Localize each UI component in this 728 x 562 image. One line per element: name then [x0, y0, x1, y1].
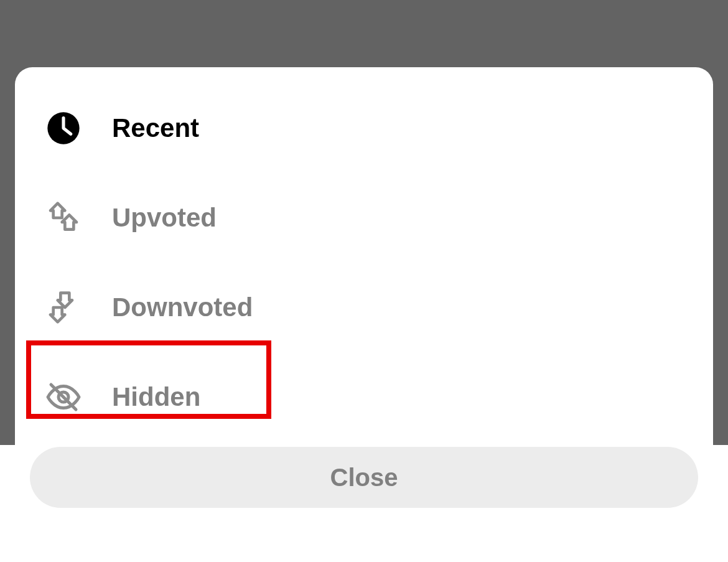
eye-off-icon — [45, 378, 82, 416]
option-recent[interactable]: Recent — [30, 83, 698, 173]
option-label-recent: Recent — [112, 113, 199, 143]
option-hidden[interactable]: Hidden — [30, 352, 698, 442]
filter-menu-sheet: Recent Upvoted Downvoted — [15, 67, 713, 523]
clock-icon — [45, 110, 82, 147]
option-label-hidden: Hidden — [112, 382, 200, 412]
option-label-downvoted: Downvoted — [112, 293, 253, 322]
downvote-icon — [45, 289, 82, 326]
option-upvoted[interactable]: Upvoted — [30, 173, 698, 263]
option-downvoted[interactable]: Downvoted — [30, 263, 698, 352]
upvote-icon — [45, 199, 82, 237]
close-button[interactable]: Close — [30, 447, 698, 508]
option-label-upvoted: Upvoted — [112, 203, 217, 233]
filter-options-list: Recent Upvoted Downvoted — [30, 83, 698, 442]
